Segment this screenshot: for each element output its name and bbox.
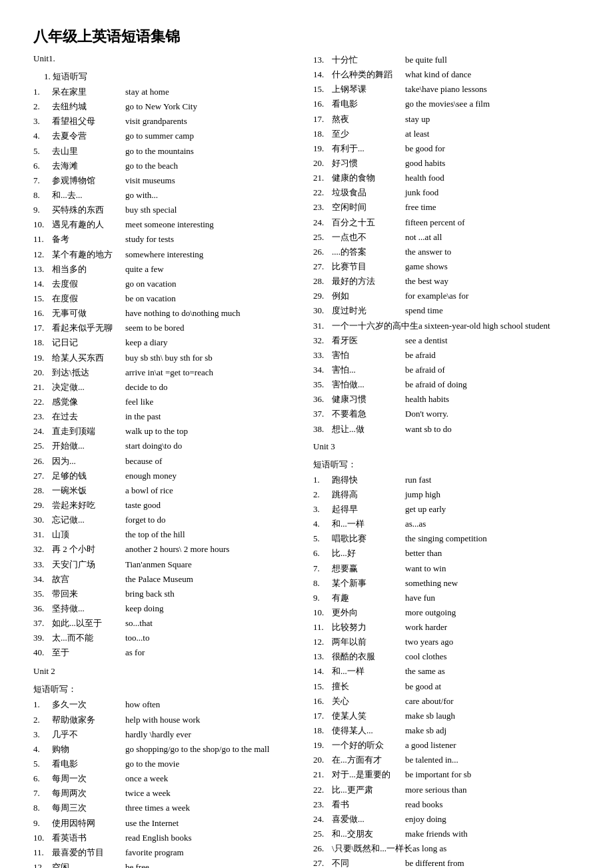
- item-english: good habits: [405, 157, 580, 170]
- unit2-list: 1.多久一次how often2.帮助做家务help with house wo…: [33, 698, 293, 868]
- item-chinese: 去山里: [52, 145, 125, 158]
- item-english: hardly \hardly ever: [125, 728, 293, 741]
- item-number: 2.: [33, 100, 52, 113]
- item-chinese: 使某人笑: [332, 709, 405, 723]
- item-chinese: 某个有趣的地方: [52, 248, 125, 261]
- list-item: 5.看电影go to the movie: [33, 757, 293, 771]
- item-number: 1.: [33, 698, 52, 711]
- item-english: twice a week: [125, 787, 293, 800]
- item-english: keep doing: [125, 602, 293, 615]
- item-number: 20.: [313, 753, 332, 767]
- item-chinese: 百分之十五: [332, 216, 405, 229]
- item-number: 36.: [313, 393, 332, 406]
- item-english: make sb laugh: [405, 709, 580, 723]
- item-english: want to win: [405, 562, 580, 575]
- item-english: Tian'anmen Square: [125, 558, 293, 571]
- item-number: 22.: [313, 186, 332, 199]
- item-number: 35.: [33, 587, 52, 601]
- item-number: 38.: [313, 423, 332, 436]
- item-number: 39.: [33, 631, 52, 645]
- item-number: 18.: [33, 336, 52, 349]
- item-chinese: 什么种类的舞蹈: [332, 68, 405, 81]
- list-item: 20.到达\抵达arrive in\at =get to=reach: [33, 366, 293, 379]
- item-chinese: 上钢琴课: [332, 83, 405, 96]
- list-item: 3.几乎不hardly \hardly ever: [33, 728, 293, 741]
- list-item: 36.坚持做...keep doing: [33, 602, 293, 615]
- item-english: once a week: [125, 772, 293, 785]
- item-number: 29.: [33, 499, 52, 512]
- list-item: 12.某个有趣的地方somewhere interesting: [33, 248, 293, 261]
- item-chinese: 在...方面有才: [332, 753, 405, 767]
- item-chinese: 感觉像: [52, 395, 125, 409]
- item-chinese: 起得早: [332, 503, 405, 516]
- list-item: 26.....的答案the answer to: [313, 245, 580, 259]
- item-number: 7.: [33, 787, 52, 800]
- list-item: 17.熬夜stay up: [313, 113, 580, 126]
- list-item: 4.购物go shopping/go to the shop/go to the…: [33, 743, 293, 756]
- item-number: 34.: [33, 573, 52, 586]
- item-chinese: 看书: [332, 798, 405, 811]
- item-english: care about/for: [405, 695, 580, 708]
- item-number: 26.: [313, 245, 332, 259]
- item-chinese: 呆在家里: [52, 85, 125, 99]
- item-chinese: 山顶: [52, 528, 125, 541]
- item-english: in the past: [125, 410, 293, 423]
- left-column: Unit1. 1. 短语听写 1.呆在家里stay at home2.去纽约城g…: [33, 53, 306, 868]
- item-number: 9.: [313, 591, 332, 605]
- item-number: 25.: [313, 827, 332, 841]
- list-item: 11.比较努力work harder: [313, 621, 580, 634]
- list-item: 37.不要着急Don't worry.: [313, 407, 580, 421]
- list-item: 38.想让...做want sb to do: [313, 423, 580, 436]
- item-chinese: 看望祖父母: [52, 115, 125, 128]
- list-item: 34.故宫the Palace Museum: [33, 573, 293, 586]
- item-chinese: 相当多的: [52, 263, 125, 276]
- item-chinese: 一碗米饭: [52, 484, 125, 497]
- item-chinese: 去度假: [52, 277, 125, 291]
- list-item: 23.空闲时间free time: [313, 201, 580, 214]
- item-english: two years ago: [405, 635, 580, 649]
- item-chinese: 不要着急: [332, 407, 405, 421]
- item-english: go to the beach: [125, 159, 293, 173]
- list-item: 7.参观博物馆visit museums: [33, 174, 293, 187]
- item-chinese: 至于: [52, 646, 125, 659]
- item-english: run fast: [405, 473, 580, 487]
- item-number: 14.: [313, 68, 332, 81]
- item-english: a bowl of rice: [125, 484, 293, 497]
- item-number: 7.: [33, 174, 52, 187]
- list-item: 27.比赛节目game shows: [313, 260, 580, 273]
- item-chinese: 坚持做...: [52, 602, 125, 615]
- item-number: 11.: [313, 621, 332, 634]
- item-number: 2.: [313, 488, 332, 501]
- list-item: 35.带回来bring back sth: [33, 587, 293, 601]
- item-english: three times a week: [125, 801, 293, 815]
- item-chinese: 更外向: [332, 606, 405, 619]
- item-number: 9.: [33, 203, 52, 217]
- item-chinese: 直走到顶端: [52, 425, 125, 438]
- list-item: 21.健康的食物health food: [313, 171, 580, 185]
- item-chinese: 很酷的衣服: [332, 650, 405, 663]
- item-number: 9.: [33, 817, 52, 830]
- item-chinese: 记日记: [52, 336, 125, 349]
- list-item: 39.太...而不能too...to: [33, 631, 293, 645]
- item-chinese: 害怕: [332, 349, 405, 362]
- item-number: 13.: [33, 263, 52, 276]
- item-chinese: 至少: [332, 127, 405, 141]
- item-chinese: 熬夜: [332, 113, 405, 126]
- item-english: free time: [405, 201, 580, 214]
- item-number: 23.: [313, 201, 332, 214]
- item-english: be on vacation: [125, 292, 293, 305]
- item-english: something new: [405, 577, 580, 590]
- list-item: 15.在度假be on vacation: [33, 292, 293, 305]
- item-english: forget to do: [125, 513, 293, 527]
- item-english: walk up to the top: [125, 425, 293, 438]
- item-chinese: 到达\抵达: [52, 366, 125, 379]
- item-number: 26.: [33, 455, 52, 468]
- item-chinese: 每周三次: [52, 801, 125, 815]
- item-chinese: 无事可做: [52, 307, 125, 320]
- item-english: the singing competition: [405, 532, 580, 545]
- item-chinese: 例如: [332, 289, 405, 303]
- list-item: 20.在...方面有才be talented in...: [313, 753, 580, 767]
- list-item: 9.买特殊的东西buy sth special: [33, 203, 293, 217]
- list-item: 28.最好的方法the best way: [313, 275, 580, 288]
- unit2-label: Unit 2: [33, 666, 293, 677]
